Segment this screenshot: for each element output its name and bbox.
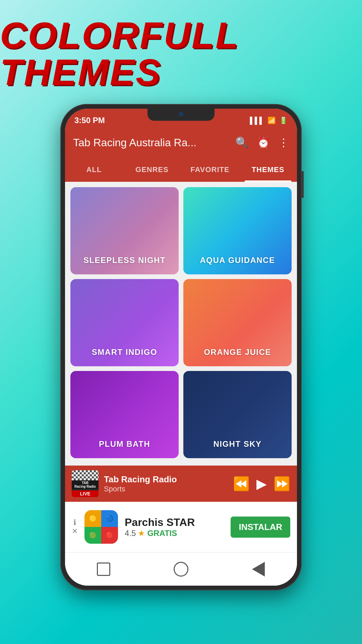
theme-card-night-sky[interactable]: NIGHT SKY — [183, 371, 292, 458]
checkers-pattern — [72, 470, 99, 480]
icon-q2: 🔵 — [101, 510, 118, 527]
tab-favorite[interactable]: FAVORITE — [181, 158, 239, 182]
advertisement-bar: ℹ ✕ 🟡 🔵 🟢 🔴 Parchis STAR 4.5 ★ GRATIS — [65, 502, 297, 552]
nav-back-button[interactable] — [248, 559, 268, 579]
theme-card-orange-juice[interactable]: ORANGE JUICE — [183, 279, 292, 366]
nav-bar — [65, 552, 297, 586]
app-title: Tab Racing Australia Ra... — [73, 137, 235, 149]
ad-app-info: Parchis STAR 4.5 ★ GRATIS — [125, 516, 224, 538]
theme-label-sleepless-night: SLEEPLESS NIGHT — [83, 256, 166, 265]
ad-info-icon[interactable]: ℹ — [73, 519, 76, 526]
page-heading: COLORFULL THEMES — [0, 17, 362, 91]
theme-label-orange-juice: ORANGE JUICE — [204, 347, 271, 357]
forward-button[interactable]: ⏩ — [274, 476, 290, 492]
app-bar: Tab Racing Australia Ra... 🔍 ⏰ ⋮ — [65, 127, 297, 158]
install-button[interactable]: INSTALAR — [231, 517, 290, 538]
alarm-icon[interactable]: ⏰ — [257, 136, 270, 149]
back-icon — [252, 562, 265, 577]
icon-q3: 🟢 — [84, 527, 101, 544]
tabs-bar: ALL GENRES FAVORITE THEMES — [65, 158, 297, 182]
play-button[interactable]: ▶ — [256, 476, 267, 491]
tab-themes[interactable]: THEMES — [239, 158, 297, 182]
phone-mockup: 3:50 PM ▌▌▌ 📶 🔋 Tab Racing Australia Ra.… — [60, 104, 302, 600]
media-player-bar: TABRacing Radio LIVE Tab Racing Radio Sp… — [65, 466, 297, 502]
nav-stop-button[interactable] — [94, 559, 114, 579]
phone-frame: 3:50 PM ▌▌▌ 📶 🔋 Tab Racing Australia Ra.… — [60, 104, 302, 590]
stop-icon — [97, 562, 110, 576]
media-title: Tab Racing Radio — [104, 474, 228, 485]
media-thumbnail: TABRacing Radio LIVE — [72, 470, 99, 497]
live-badge: LIVE — [72, 490, 99, 497]
icon-q1: 🟡 — [84, 510, 101, 527]
search-icon[interactable]: 🔍 — [235, 136, 249, 149]
battery-icon: 🔋 — [279, 116, 288, 124]
media-info: Tab Racing Radio Sports — [104, 474, 228, 493]
phone-notch — [147, 109, 215, 121]
ad-app-icon: 🟡 🔵 🟢 🔴 — [84, 510, 118, 544]
nav-home-button[interactable] — [171, 559, 191, 579]
ad-app-name: Parchis STAR — [125, 516, 224, 529]
media-controls: ⏪ ▶ ⏩ — [233, 476, 290, 492]
home-icon — [174, 562, 188, 577]
theme-label-aqua-guidance: AQUA GUIDANCE — [200, 256, 275, 265]
status-time: 3:50 PM — [74, 116, 105, 125]
wifi-icon: 📶 — [267, 116, 276, 124]
theme-card-plum-bath[interactable]: PLUM BATH — [70, 371, 179, 458]
theme-label-night-sky: NIGHT SKY — [213, 439, 261, 449]
ad-app-rating: 4.5 ★ GRATIS — [125, 529, 224, 538]
theme-label-smart-indigo: SMART INDIGO — [92, 347, 157, 357]
media-subtitle: Sports — [104, 485, 228, 493]
theme-card-aqua-guidance[interactable]: AQUA GUIDANCE — [183, 187, 292, 274]
tab-all[interactable]: ALL — [65, 158, 123, 182]
themes-grid: SLEEPLESS NIGHT AQUA GUIDANCE SMART INDI… — [65, 182, 297, 466]
theme-label-plum-bath: PLUM BATH — [99, 439, 150, 449]
front-camera — [179, 112, 183, 117]
ad-price: GRATIS — [147, 529, 177, 538]
ad-info-icons: ℹ ✕ — [72, 519, 78, 535]
power-button — [302, 171, 304, 198]
phone-screen: 3:50 PM ▌▌▌ 📶 🔋 Tab Racing Australia Ra.… — [65, 109, 297, 586]
theme-card-smart-indigo[interactable]: SMART INDIGO — [70, 279, 179, 366]
star-icon: ★ — [138, 529, 145, 538]
signal-icon: ▌▌▌ — [250, 117, 264, 124]
ad-close-icon[interactable]: ✕ — [72, 528, 78, 535]
rewind-button[interactable]: ⏪ — [233, 476, 250, 492]
media-thumb-label: TABRacing Radio — [72, 480, 99, 489]
more-icon[interactable]: ⋮ — [278, 136, 289, 149]
tab-genres[interactable]: GENRES — [123, 158, 181, 182]
status-icons: ▌▌▌ 📶 🔋 — [250, 116, 288, 124]
app-bar-icons: 🔍 ⏰ ⋮ — [235, 136, 289, 149]
icon-q4: 🔴 — [101, 527, 118, 544]
theme-card-sleepless-night[interactable]: SLEEPLESS NIGHT — [70, 187, 179, 274]
